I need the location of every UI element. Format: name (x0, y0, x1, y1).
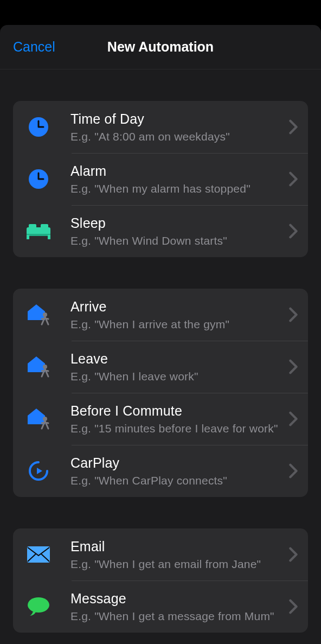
row-title: Leave (70, 351, 282, 367)
svg-rect-5 (41, 224, 48, 228)
trigger-group: Email E.g. "When I get an email from Jan… (13, 528, 308, 633)
row-title: Arrive (70, 299, 282, 315)
trigger-row-email[interactable]: Email E.g. "When I get an email from Jan… (13, 528, 308, 581)
chevron-right-icon (288, 359, 298, 374)
email-icon (21, 546, 56, 563)
svg-rect-6 (27, 235, 29, 239)
row-title: Time of Day (70, 111, 282, 127)
clock-icon (21, 116, 56, 138)
trigger-row-message[interactable]: Message E.g. "When I get a message from … (13, 581, 308, 633)
row-subtitle: E.g. "When my alarm has stopped" (70, 182, 282, 195)
trigger-row-time-of-day[interactable]: Time of Day E.g. "At 8:00 am on weekdays… (13, 101, 308, 153)
trigger-row-sleep[interactable]: Sleep E.g. "When Wind Down starts" (13, 205, 308, 257)
row-subtitle: E.g. "At 8:00 am on weekdays" (70, 130, 282, 143)
chevron-right-icon (288, 224, 298, 239)
svg-rect-3 (27, 234, 50, 236)
row-title: Email (70, 539, 282, 554)
trigger-row-carplay[interactable]: CarPlay E.g. "When CarPlay connects" (13, 445, 308, 497)
trigger-row-leave[interactable]: Leave E.g. "When I leave work" (13, 341, 308, 393)
trigger-row-before-commute[interactable]: Before I Commute E.g. "15 minutes before… (13, 393, 308, 445)
chevron-right-icon (288, 463, 298, 479)
row-subtitle: E.g. "When Wind Down starts" (70, 234, 282, 247)
chevron-right-icon (288, 307, 298, 322)
svg-rect-11 (27, 546, 50, 563)
row-subtitle: E.g. "15 minutes before I leave for work… (70, 422, 282, 435)
home-person-icon (21, 355, 56, 379)
row-title: CarPlay (70, 455, 282, 471)
svg-rect-2 (27, 227, 50, 235)
row-subtitle: E.g. "When I leave work" (70, 370, 282, 383)
trigger-row-alarm[interactable]: Alarm E.g. "When my alarm has stopped" (13, 153, 308, 205)
navbar: Cancel New Automation (0, 25, 321, 69)
chevron-right-icon (288, 119, 298, 135)
chevron-right-icon (288, 411, 298, 426)
svg-point-12 (28, 597, 49, 613)
bed-icon (21, 222, 56, 240)
trigger-row-arrive[interactable]: Arrive E.g. "When I arrive at the gym" (13, 289, 308, 341)
carplay-icon (21, 460, 56, 482)
row-title: Before I Commute (70, 403, 282, 419)
trigger-group: Time of Day E.g. "At 8:00 am on weekdays… (13, 101, 308, 257)
row-title: Alarm (70, 163, 282, 179)
trigger-group: Arrive E.g. "When I arrive at the gym" L… (13, 289, 308, 497)
home-person-icon (21, 407, 56, 431)
chevron-right-icon (288, 599, 298, 614)
svg-rect-4 (29, 224, 36, 228)
clock-icon (21, 168, 56, 190)
row-subtitle: E.g. "When I get an email from Jane" (70, 558, 282, 571)
row-subtitle: E.g. "When I arrive at the gym" (70, 318, 282, 331)
modal-sheet: Cancel New Automation Time of Day E.g. "… (0, 25, 321, 644)
chevron-right-icon (288, 547, 298, 562)
trigger-list: Time of Day E.g. "At 8:00 am on weekdays… (0, 101, 321, 633)
row-title: Sleep (70, 215, 282, 231)
home-person-icon (21, 303, 56, 327)
svg-rect-7 (48, 235, 50, 239)
row-title: Message (70, 591, 282, 607)
message-icon (21, 596, 56, 617)
chevron-right-icon (288, 171, 298, 187)
row-subtitle: E.g. "When I get a message from Mum" (70, 610, 282, 623)
row-subtitle: E.g. "When CarPlay connects" (70, 474, 282, 487)
cancel-button[interactable]: Cancel (13, 39, 55, 55)
